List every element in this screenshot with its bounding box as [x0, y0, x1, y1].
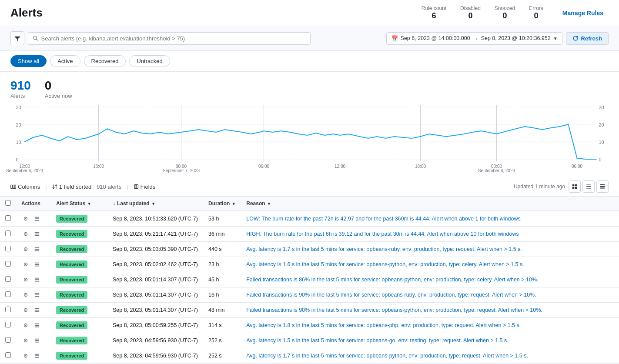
row-actions-5 [16, 287, 51, 303]
row-reason-6[interactable]: Failed transactions is 90% in the last 5… [241, 303, 619, 318]
filter-tabs: Show all Active Recovered Untracked [0, 51, 619, 72]
row-updated-3: Sep 8, 2023, 05:02:02.462 (UTC-7) [107, 257, 203, 272]
row-checkbox-0[interactable] [5, 215, 11, 221]
view-action-icon[interactable] [21, 336, 30, 345]
svg-rect-65 [35, 249, 40, 250]
manage-rules-button[interactable]: Manage Rules [557, 6, 609, 20]
reason-link[interactable]: Avg. latency is 1.7 s in the last 5 mins… [246, 246, 522, 252]
row-reason-1[interactable]: HIGH: The burn rate for the past 6h is 3… [241, 227, 619, 242]
row-actions-3 [16, 257, 51, 272]
view-action-icon[interactable] [21, 321, 30, 330]
row-reason-8[interactable]: Avg. latency is 1.5 s in the last 5 mins… [241, 333, 619, 348]
menu-action-icon[interactable] [33, 260, 41, 269]
sort-button[interactable]: 1 field sorted [52, 184, 91, 190]
row-status-3: Recovered [51, 257, 107, 272]
row-checkbox-8[interactable] [5, 337, 11, 343]
menu-action-icon[interactable] [33, 230, 41, 238]
menu-action-icon[interactable] [33, 306, 41, 314]
reason-header[interactable]: Reason ▼ [241, 197, 619, 211]
row-checkbox-7[interactable] [5, 322, 11, 327]
reason-link[interactable]: Avg. latency is 1.5 s in the last 5 mins… [246, 337, 509, 344]
menu-action-icon[interactable] [33, 291, 41, 299]
search-box[interactable] [28, 32, 311, 45]
row-reason-3[interactable]: Avg. latency is 1.6 s in the last 5 mins… [241, 257, 619, 272]
filter-button[interactable] [10, 31, 24, 45]
list-icon [586, 184, 591, 189]
table-row: Recovered Sep 8, 2023, 05:00:59.255 (UTC… [0, 318, 619, 333]
view-action-icon[interactable] [21, 351, 30, 360]
columns-icon [10, 184, 16, 190]
date-range-picker[interactable]: 📅 Sep 6, 2023 @ 14:00:00.000 → Sep 8, 20… [386, 32, 562, 45]
page-title: Alerts [10, 6, 43, 20]
row-checkbox-2[interactable] [5, 246, 11, 251]
grid-view-button[interactable] [569, 180, 581, 193]
menu-action-icon[interactable] [33, 245, 41, 254]
tab-active[interactable]: Active [50, 55, 80, 67]
refresh-icon [572, 35, 579, 41]
duration-header[interactable]: Duration ▼ [203, 197, 241, 211]
svg-rect-100 [35, 355, 40, 356]
reason-link[interactable]: Failed transactions is 90% in the last 5… [246, 292, 536, 298]
reason-link[interactable]: Failed transactions is 86% in the last 5… [246, 277, 538, 283]
svg-point-93 [25, 340, 27, 341]
table-row: Recovered Sep 8, 2023, 05:01:14.307 (UTC… [0, 272, 619, 287]
status-badge: Recovered [56, 230, 87, 238]
tab-show-all[interactable]: Show all [10, 55, 47, 67]
row-actions-1 [16, 227, 51, 242]
reason-link[interactable]: HIGH: The burn rate for the past 6h is 3… [246, 231, 519, 237]
last-updated-header[interactable]: ↓ Last updated ▼ [107, 197, 203, 211]
row-reason-5[interactable]: Failed transactions is 90% in the last 5… [241, 287, 619, 303]
row-reason-2[interactable]: Avg. latency is 1.7 s in the last 5 mins… [241, 242, 619, 257]
menu-action-icon[interactable] [33, 351, 41, 360]
table-row: Recovered Sep 8, 2023, 04:59:56.930 (UTC… [0, 348, 619, 364]
row-reason-9[interactable]: Avg. latency is 1.7 s in the last 5 mins… [241, 348, 619, 364]
rule-count-stat: Rule count 6 [422, 5, 446, 20]
reason-link[interactable]: Failed transactions is 90% in the last 5… [246, 307, 542, 313]
alert-status-header[interactable]: Alert Status ▼ [51, 197, 107, 211]
row-checkbox-9[interactable] [5, 352, 11, 358]
reason-link[interactable]: Avg. latency is 1.8 s in the last 5 mins… [246, 322, 521, 328]
row-reason-0[interactable]: LOW: The burn rate for the past 72h is 4… [241, 211, 619, 227]
row-checkbox-3[interactable] [5, 261, 11, 267]
view-action-icon[interactable] [21, 306, 30, 314]
list-view-button[interactable] [582, 180, 595, 193]
row-status-9: Recovered [51, 348, 107, 364]
row-reason-4[interactable]: Failed transactions is 86% in the last 5… [241, 272, 619, 287]
fields-button[interactable]: Fields [134, 184, 156, 190]
menu-action-icon[interactable] [33, 275, 41, 284]
row-reason-7[interactable]: Avg. latency is 1.8 s in the last 5 mins… [241, 318, 619, 333]
svg-rect-74 [35, 278, 40, 279]
row-status-6: Recovered [51, 303, 107, 318]
view-action-icon[interactable] [21, 230, 30, 238]
row-checkbox-cell [0, 287, 16, 303]
svg-rect-84 [35, 308, 40, 309]
tab-recovered[interactable]: Recovered [84, 55, 126, 67]
row-checkbox-6[interactable] [5, 307, 11, 312]
columns-button[interactable]: Columns [10, 184, 40, 190]
density-view-button[interactable] [596, 180, 609, 193]
reason-link[interactable]: Avg. latency is 1.6 s in the last 5 mins… [246, 261, 524, 267]
svg-rect-64 [35, 247, 40, 248]
fields-label: Fields [141, 184, 156, 190]
view-action-icon[interactable] [21, 260, 30, 269]
tab-untracked[interactable]: Untracked [129, 55, 170, 67]
refresh-button[interactable]: Refresh [566, 32, 609, 45]
menu-action-icon[interactable] [33, 321, 41, 330]
select-all-header[interactable] [0, 197, 16, 211]
reason-link[interactable]: Avg. latency is 1.7 s in the last 5 mins… [246, 353, 528, 359]
actions-header: Actions [16, 197, 51, 211]
reason-link[interactable]: LOW: The burn rate for the past 72h is 4… [246, 216, 520, 222]
view-action-icon[interactable] [21, 214, 30, 223]
status-badge: Recovered [56, 245, 87, 253]
row-checkbox-1[interactable] [5, 230, 11, 236]
view-action-icon[interactable] [21, 245, 30, 254]
view-action-icon[interactable] [21, 291, 30, 299]
row-duration-2: 440 s [203, 242, 241, 257]
row-checkbox-4[interactable] [5, 276, 11, 282]
row-checkbox-5[interactable] [5, 291, 11, 297]
menu-action-icon[interactable] [33, 214, 41, 223]
search-input[interactable] [41, 35, 306, 42]
menu-action-icon[interactable] [33, 336, 41, 345]
select-all-checkbox[interactable] [5, 200, 11, 206]
view-action-icon[interactable] [21, 275, 30, 284]
